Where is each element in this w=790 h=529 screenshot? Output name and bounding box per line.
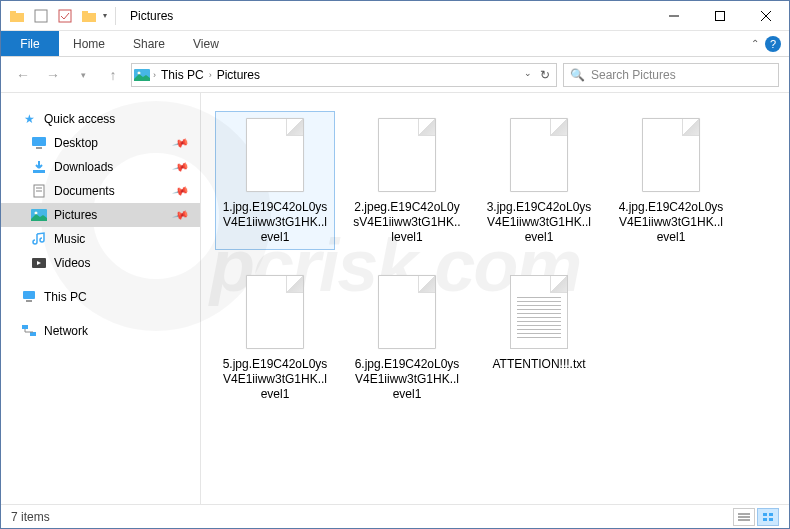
svg-rect-14: [33, 170, 45, 173]
crumb-current[interactable]: Pictures: [215, 68, 262, 82]
sidebar-network[interactable]: Network: [1, 319, 200, 343]
up-button[interactable]: ↑: [101, 63, 125, 87]
tab-share[interactable]: Share: [119, 31, 179, 56]
sidebar-label: Network: [44, 324, 88, 338]
file-name: ATTENTION!!!.txt: [492, 357, 585, 372]
music-icon: [31, 231, 47, 247]
file-name: 2.jpeg.E19C42oL0ysV4E1iiww3tG1HK..level1: [352, 200, 462, 245]
sidebar-item-videos[interactable]: Videos: [1, 251, 200, 275]
pictures-breadcrumb-icon: [134, 67, 150, 83]
svg-rect-31: [769, 518, 773, 521]
divider: [115, 7, 116, 25]
file-item[interactable]: 6.jpg.E19C42oL0ysV4E1iiww3tG1HK..level1: [347, 268, 467, 407]
sidebar-this-pc[interactable]: This PC: [1, 285, 200, 309]
svg-rect-30: [763, 518, 767, 521]
view-icons-button[interactable]: [757, 508, 779, 526]
svg-rect-29: [769, 513, 773, 516]
svg-rect-3: [59, 10, 71, 22]
file-item[interactable]: ATTENTION!!!.txt: [479, 268, 599, 407]
tab-home[interactable]: Home: [59, 31, 119, 56]
file-item[interactable]: 2.jpeg.E19C42oL0ysV4E1iiww3tG1HK..level1: [347, 111, 467, 250]
svg-rect-0: [10, 13, 24, 22]
folder-qat-icon[interactable]: [79, 6, 99, 26]
sidebar-label: This PC: [44, 290, 87, 304]
chevron-right-icon[interactable]: ›: [209, 70, 212, 80]
pictures-icon: [31, 207, 47, 223]
sidebar-item-label: Pictures: [54, 208, 97, 222]
pin-icon: 📌: [172, 206, 191, 224]
sidebar-item-documents[interactable]: Documents📌: [1, 179, 200, 203]
sidebar-item-label: Downloads: [54, 160, 113, 174]
sidebar-item-label: Videos: [54, 256, 90, 270]
explorer-icon: [7, 6, 27, 26]
file-item[interactable]: 5.jpg.E19C42oL0ysV4E1iiww3tG1HK..level1: [215, 268, 335, 407]
back-button[interactable]: ←: [11, 63, 35, 87]
file-name: 6.jpg.E19C42oL0ysV4E1iiww3tG1HK..level1: [352, 357, 462, 402]
help-icon[interactable]: ?: [765, 36, 781, 52]
videos-icon: [31, 255, 47, 271]
svg-rect-22: [26, 300, 32, 302]
svg-rect-2: [35, 10, 47, 22]
blank-file-icon: [510, 118, 568, 192]
sidebar-quick-access[interactable]: ★ Quick access: [1, 107, 200, 131]
sidebar-item-pictures[interactable]: Pictures📌: [1, 203, 200, 227]
file-name: 3.jpg.E19C42oL0ysV4E1iiww3tG1HK..level1: [484, 200, 594, 245]
svg-rect-7: [716, 11, 725, 20]
file-tab[interactable]: File: [1, 31, 59, 56]
blank-file-icon: [378, 118, 436, 192]
refresh-icon[interactable]: ↻: [540, 68, 550, 82]
file-name: 1.jpg.E19C42oL0ysV4E1iiww3tG1HK..level1: [220, 200, 330, 245]
pin-icon: 📌: [172, 134, 191, 152]
sidebar-item-music[interactable]: Music: [1, 227, 200, 251]
recent-dropdown[interactable]: ▾: [71, 63, 95, 87]
svg-rect-12: [32, 137, 46, 146]
network-icon: [21, 323, 37, 339]
crumb-thispc[interactable]: This PC: [159, 68, 206, 82]
sidebar-item-desktop[interactable]: Desktop📌: [1, 131, 200, 155]
chevron-right-icon[interactable]: ›: [153, 70, 156, 80]
blank-file-icon: [642, 118, 700, 192]
sidebar-item-label: Music: [54, 232, 85, 246]
status-count: 7 items: [11, 510, 50, 524]
pin-icon: 📌: [172, 158, 191, 176]
address-row: ← → ▾ ↑ › This PC › Pictures ⌄ ↻ 🔍 Searc…: [1, 57, 789, 93]
search-input[interactable]: 🔍 Search Pictures: [563, 63, 779, 87]
blank-file-icon: [246, 275, 304, 349]
file-pane[interactable]: 1.jpg.E19C42oL0ysV4E1iiww3tG1HK..level12…: [201, 93, 789, 504]
svg-rect-4: [82, 13, 96, 22]
svg-rect-21: [23, 291, 35, 299]
status-bar: 7 items: [1, 504, 789, 528]
downloads-icon: [31, 159, 47, 175]
svg-rect-28: [763, 513, 767, 516]
svg-rect-13: [36, 147, 42, 149]
blank-file-icon: [378, 275, 436, 349]
close-button[interactable]: [743, 1, 789, 31]
file-name: 4.jpg.E19C42oL0ysV4E1iiww3tG1HK..level1: [616, 200, 726, 245]
sidebar-label: Quick access: [44, 112, 115, 126]
view-details-button[interactable]: [733, 508, 755, 526]
file-item[interactable]: 4.jpg.E19C42oL0ysV4E1iiww3tG1HK..level1: [611, 111, 731, 250]
star-icon: ★: [21, 111, 37, 127]
sidebar: ★ Quick access Desktop📌Downloads📌Documen…: [1, 93, 201, 504]
search-icon: 🔍: [570, 68, 585, 82]
maximize-button[interactable]: [697, 1, 743, 31]
tab-view[interactable]: View: [179, 31, 233, 56]
desktop-icon: [31, 135, 47, 151]
file-item[interactable]: 1.jpg.E19C42oL0ysV4E1iiww3tG1HK..level1: [215, 111, 335, 250]
address-dropdown-icon[interactable]: ⌄: [524, 68, 532, 82]
documents-icon: [31, 183, 47, 199]
file-item[interactable]: 3.jpg.E19C42oL0ysV4E1iiww3tG1HK..level1: [479, 111, 599, 250]
sidebar-item-downloads[interactable]: Downloads📌: [1, 155, 200, 179]
sidebar-item-label: Desktop: [54, 136, 98, 150]
address-bar[interactable]: › This PC › Pictures ⌄ ↻: [131, 63, 557, 87]
pin-icon: 📌: [172, 182, 191, 200]
sdi-icon[interactable]: [31, 6, 51, 26]
ribbon-expand-icon[interactable]: ⌃: [751, 38, 759, 49]
forward-button[interactable]: →: [41, 63, 65, 87]
svg-rect-1: [10, 11, 16, 14]
minimize-button[interactable]: [651, 1, 697, 31]
qat-dropdown-icon[interactable]: ▾: [103, 11, 107, 20]
svg-rect-23: [22, 325, 28, 329]
properties-icon[interactable]: [55, 6, 75, 26]
pc-icon: [21, 289, 37, 305]
